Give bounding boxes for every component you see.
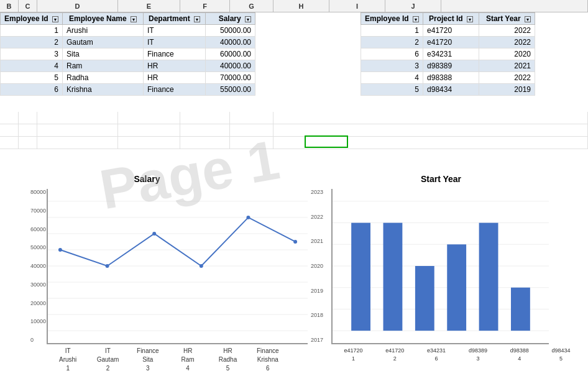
th-proj-empid[interactable]: Employee Id ▼ [361,13,423,25]
emp-id-cell: 4 [1,60,63,72]
emp-dept-cell: Finance [144,84,206,96]
proj-startyear-cell: 2022 [479,72,535,84]
th-startyear[interactable]: Start Year ▼ [479,13,535,25]
proj-empid-cell: 4 [361,72,423,84]
salary-y-label: 0 [30,337,46,343]
project-row[interactable]: 1 e41720 2022 [361,25,535,37]
svg-point-9 [58,248,62,252]
bar-y-label: 2018 [311,312,323,318]
startyear-chart-title: Start Year [300,174,582,184]
emp-id-cell: 6 [1,84,63,96]
proj-projid-cell: d98388 [423,72,479,84]
col-rest [441,0,588,12]
col-g: G [230,0,273,12]
proj-projid-cell: d98389 [423,60,479,72]
bar-x-label: d983884 [498,347,540,362]
employee-row[interactable]: 3 Sita Finance 60000.00 [1,48,255,60]
th-salary[interactable]: Salary ▼ [206,13,255,25]
filter-dept[interactable]: ▼ [194,16,200,22]
svg-point-11 [152,232,156,236]
project-row[interactable]: 2 e41720 2022 [361,37,535,48]
emp-name-cell: Radha [63,72,144,84]
proj-empid-cell: 3 [361,60,423,72]
salary-x-label: ITArushi1 [48,347,88,371]
proj-startyear-cell: 2022 [479,37,535,48]
emp-name-cell: Ram [63,60,144,72]
proj-empid-cell: 2 [361,37,423,48]
salary-x-labels: ITArushi1ITGautam2FinanceSita3HRRam4HRRa… [48,347,288,371]
project-row[interactable]: 4 d98388 2022 [361,72,535,84]
svg-rect-24 [415,266,434,331]
startyear-y-axis: 2017201820192020202120222023 [311,189,323,343]
emp-name-cell: Gautam [63,37,144,48]
proj-startyear-cell: 2021 [479,60,535,72]
column-headers: B C D E F G H I J [0,0,588,12]
svg-rect-25 [447,244,466,331]
filter-startyear[interactable]: ▼ [525,16,531,22]
salary-x-label: ITGautam2 [88,347,127,371]
bar-x-label: d983893 [457,347,498,362]
salary-y-label: 70000 [30,208,46,214]
col-e: E [118,0,180,12]
emp-id-cell: 1 [1,25,63,37]
emp-dept-cell: HR [144,60,206,72]
bar-y-label: 2020 [311,263,323,269]
th-projid[interactable]: Project Id ▼ [423,13,479,25]
svg-point-14 [293,240,297,244]
startyear-x-labels: e417201e417202e342316d983893d983884d9843… [333,347,582,362]
salary-y-label: 20000 [30,300,46,306]
bar-x-label: e417202 [374,347,416,362]
emp-name-cell: Arushi [63,25,144,37]
project-row[interactable]: 3 d98389 2021 [361,60,535,72]
emp-id-cell: 5 [1,72,63,84]
employee-row[interactable]: 6 Krishna Finance 55000.00 [1,84,255,96]
th-empid[interactable]: Employee Id ▼ [1,13,63,25]
filter-empid[interactable]: ▼ [52,16,58,22]
svg-rect-22 [351,223,370,331]
salary-x-label: FinanceSita3 [128,347,168,371]
salary-y-label: 80000 [30,189,46,195]
salary-y-axis: 0100002000030000400005000060000700008000… [30,189,46,343]
charts-area: Salary 010000200003000040000500006000070… [0,168,588,371]
employee-row[interactable]: 5 Radha HR 70000.00 [1,72,255,84]
bar-x-label: e342316 [416,347,457,362]
col-f: F [180,0,230,12]
project-row[interactable]: 5 d98434 2019 [361,84,535,96]
bar-y-label: 2022 [311,214,323,220]
bar-x-label: d984345 [540,347,582,362]
emp-id-cell: 2 [1,37,63,48]
startyear-bar-chart: 2017201820192020202120222023 [331,189,549,344]
proj-projid-cell: e34231 [423,48,479,60]
th-empname[interactable]: Employee Name ▼ [63,13,144,25]
svg-point-10 [106,264,109,268]
filter-proj-empid[interactable]: ▼ [413,16,419,22]
bar-y-label: 2023 [311,189,323,195]
th-dept[interactable]: Department ▼ [144,13,206,25]
emp-salary-cell: 40000.00 [206,60,255,72]
svg-rect-23 [384,223,403,331]
employee-row[interactable]: 4 Ram HR 40000.00 [1,60,255,72]
filter-empname[interactable]: ▼ [131,16,137,22]
filter-projid[interactable]: ▼ [467,16,473,22]
emp-dept-cell: IT [144,37,206,48]
salary-y-label: 50000 [30,244,46,250]
bar-x-label: e417201 [333,347,374,362]
emp-salary-cell: 50000.00 [206,25,255,37]
proj-projid-cell: e41720 [423,25,479,37]
employee-row[interactable]: 1 Arushi IT 50000.00 [1,25,255,37]
employee-table: Employee Id ▼ Employee Name ▼ Department… [0,12,255,96]
startyear-chart: Start Year 2017201820192020202120222023 … [294,168,588,371]
proj-empid-cell: 1 [361,25,423,37]
filter-salary[interactable]: ▼ [245,16,251,22]
col-c: C [19,0,37,12]
salary-y-label: 10000 [30,318,46,324]
emp-name-cell: Sita [63,48,144,60]
emp-id-cell: 3 [1,48,63,60]
salary-y-label: 60000 [30,226,46,232]
project-row[interactable]: 6 e34231 2020 [361,48,535,60]
emp-salary-cell: 55000.00 [206,84,255,96]
salary-x-label: HRRadha5 [208,347,247,371]
col-j: J [385,0,441,12]
svg-point-13 [246,216,250,219]
employee-row[interactable]: 2 Gautam IT 40000.00 [1,37,255,48]
